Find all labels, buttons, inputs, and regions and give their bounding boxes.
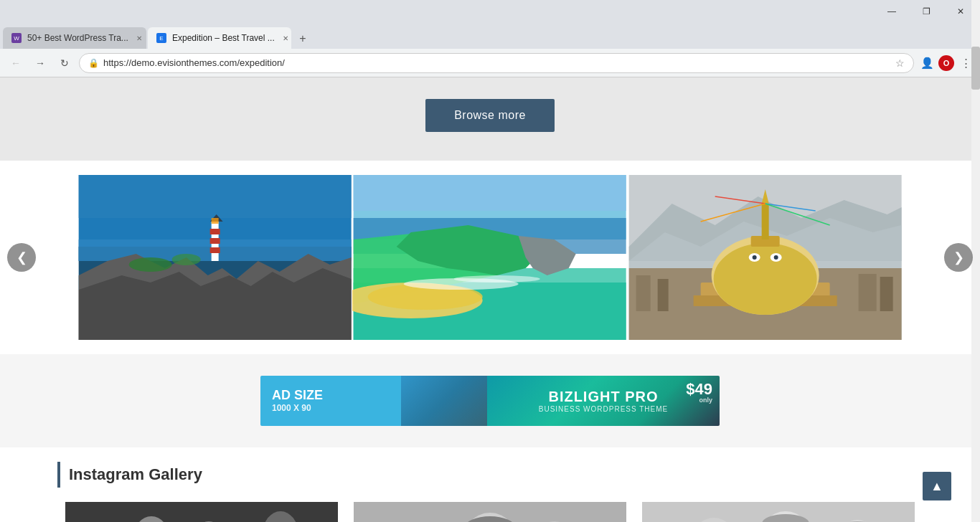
svg-rect-33 [880,277,892,311]
ad-left: AD SIZE 1000 X 90 [260,376,487,426]
ad-right-title: BIZLIGHT PRO [548,389,658,405]
slider-section: ❮ [0,161,980,354]
instagram-image-1 [57,502,346,522]
svg-point-25 [454,275,540,283]
svg-rect-39 [761,204,768,239]
scrollbar-thumb[interactable] [971,47,980,90]
svg-rect-32 [858,274,876,311]
section-title-accent [57,462,60,488]
slider-image-3 [628,175,903,340]
instagram-images [57,502,923,522]
slider-images [77,175,903,340]
minimize-button[interactable]: — [875,0,908,23]
svg-rect-11 [210,247,220,253]
address-bar-row: ← → ↻ 🔒 https://demo.evisionthemes.com/e… [0,49,980,77]
tab-favicon-2: E [156,33,166,43]
ad-right: BIZLIGHT PRO BUSINESS WORDPRESS THEME $4… [487,376,720,426]
ad-left-decor [401,376,487,426]
slider-image-2 [352,175,627,340]
svg-rect-15 [354,175,626,211]
instagram-section-title: Instagram Gallery [69,465,202,484]
svg-point-7 [172,254,201,265]
section-title-bar: Instagram Gallery [57,462,923,488]
ad-right-subtitle: BUSINESS WORDPRESS THEME [539,405,669,413]
opera-icon[interactable]: O [938,55,954,71]
ad-section: AD SIZE 1000 X 90 BIZLIGHT PRO BUSINESS … [0,354,980,447]
instagram-image-3 [634,502,923,522]
reload-button[interactable]: ↻ [55,53,75,73]
bookmark-icon[interactable]: ☆ [895,57,905,69]
address-bar[interactable]: 🔒 https://demo.evisionthemes.com/expedit… [79,53,914,73]
tab-active[interactable]: E Expedition – Best Travel ... ✕ [148,27,291,49]
new-tab-button[interactable]: + [293,29,313,49]
browse-more-button[interactable]: Browse more [425,99,555,132]
ad-price: $49 only [686,381,712,404]
tab-favicon-1: W [11,33,22,43]
tab-bar: W 50+ Best WordPress Tra... ✕ E Expediti… [0,23,980,49]
svg-point-6 [129,257,172,272]
back-button[interactable]: ← [6,53,26,73]
user-icon[interactable]: 👤 [918,54,936,72]
slider-prev-button[interactable]: ❮ [7,243,36,272]
scrollbar[interactable] [971,0,980,522]
svg-rect-1 [79,175,352,218]
svg-rect-30 [636,275,650,311]
instagram-image-2 [346,502,634,522]
browse-more-section: Browse more [0,77,980,161]
maximize-button[interactable]: ❐ [910,0,943,23]
svg-point-47 [752,255,756,260]
ad-banner[interactable]: AD SIZE 1000 X 90 BIZLIGHT PRO BUSINESS … [260,376,720,426]
svg-point-48 [773,255,778,260]
toolbar-icons: 👤 O ⋮ [918,54,974,72]
slider-container: ❮ [0,175,980,340]
secure-icon: 🔒 [88,58,99,68]
scroll-top-button[interactable]: ▲ [923,472,951,500]
svg-rect-9 [210,229,220,234]
instagram-section: Instagram Gallery [0,447,980,522]
slider-image-1 [77,175,352,340]
browser-chrome: — ❐ ✕ W 50+ Best WordPress Tra... ✕ E Ex… [0,0,980,77]
tab-close-2[interactable]: ✕ [281,33,291,43]
svg-point-37 [713,243,816,315]
tab-inactive[interactable]: W 50+ Best WordPress Tra... ✕ [3,27,146,49]
svg-rect-31 [657,279,668,311]
svg-rect-13 [212,218,219,224]
tab-close-1[interactable]: ✕ [134,33,144,43]
tab-label-1: 50+ Best WordPress Tra... [27,33,128,43]
address-text: https://demo.evisionthemes.com/expeditio… [103,57,891,68]
svg-rect-49 [65,502,338,522]
forward-button[interactable]: → [30,53,50,73]
svg-rect-10 [210,238,220,244]
window-controls: — ❐ ✕ [875,0,977,23]
tab-label-2: Expedition – Best Travel ... [172,33,275,43]
slider-next-button[interactable]: ❯ [944,243,973,272]
title-bar: — ❐ ✕ [0,0,980,23]
page-content: Browse more ❮ [0,77,980,522]
